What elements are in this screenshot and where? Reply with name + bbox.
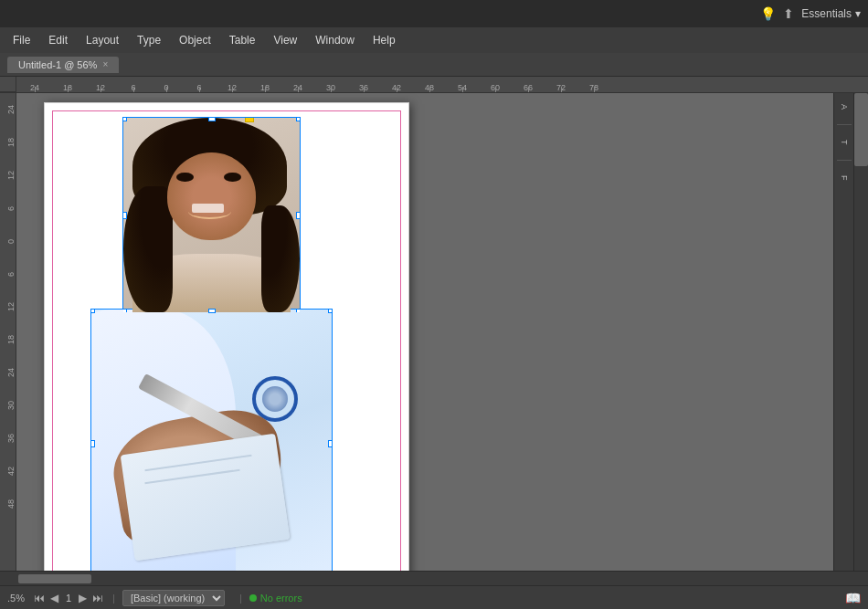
page-next-button[interactable]: ▶ [77, 592, 89, 604]
ruler-top-mark: 78 [577, 83, 610, 92]
ruler-top-mark: 18 [51, 83, 84, 92]
right-panel: A T F [833, 93, 853, 571]
menu-type[interactable]: Type [128, 30, 170, 50]
workspace-button[interactable]: Essentials ▾ [801, 7, 861, 20]
handle2-mr[interactable] [328, 440, 333, 447]
ruler-top-mark: 30 [314, 83, 347, 92]
workspace-label: Essentials [801, 7, 852, 20]
bulb-icon[interactable]: 💡 [760, 6, 776, 21]
ruler-top-mark: 66 [512, 83, 545, 92]
ruler-top-mark: 54 [446, 83, 479, 92]
anchor-tl: ◢ [122, 117, 123, 120]
handle-tc[interactable] [208, 117, 216, 121]
preflight-status: No errors [249, 593, 302, 604]
tabbar: Untitled-1 @ 56% × [0, 53, 868, 77]
menu-layout[interactable]: Layout [77, 30, 128, 50]
scrollbar-h-thumb[interactable] [18, 574, 91, 583]
menubar: File Edit Layout Type Object Table View … [0, 27, 868, 53]
statusbar-right: 📖 [845, 591, 861, 605]
chevron-down-icon: ▾ [855, 7, 861, 20]
document-tab[interactable]: Untitled-1 @ 56% × [7, 57, 119, 73]
menu-object[interactable]: Object [170, 30, 220, 50]
zoom-display: .5% [7, 593, 25, 604]
ruler-top-mark: 6 [117, 83, 150, 92]
scrollbar-horizontal[interactable] [0, 571, 868, 585]
handle2-tc[interactable] [208, 309, 216, 313]
page-number: 1 [62, 593, 75, 604]
menu-view[interactable]: View [264, 30, 306, 50]
ruler-top-mark: 42 [380, 83, 413, 92]
menu-file[interactable]: File [4, 30, 39, 50]
panel-item-f[interactable]: F [838, 172, 851, 184]
handle-yellow[interactable] [245, 117, 254, 122]
titlebar-right: 💡 ⬆ Essentials ▾ [760, 6, 861, 21]
panel-item-a[interactable]: A [838, 100, 851, 113]
zoom-value: .5% [7, 593, 25, 604]
titlebar: 💡 ⬆ Essentials ▾ [0, 0, 868, 27]
ruler-top-mark: 36 [347, 83, 380, 92]
page-first-button[interactable]: ⏮ [32, 592, 47, 604]
handle-tr[interactable] [296, 117, 301, 121]
image-frame-portrait[interactable]: ◢ [122, 117, 301, 313]
anchor-tl-2: ◢ [90, 309, 91, 311]
ruler-top-mark: 0 [150, 83, 183, 92]
statusbar: .5% ⏮ ◀ 1 ▶ ⏭ | [Basic] (working) | No e… [0, 585, 868, 609]
ruler-top-mark: 48 [413, 83, 446, 92]
ruler-top-mark: 12 [216, 83, 249, 92]
share-icon[interactable]: ⬆ [783, 6, 794, 21]
error-label: No errors [260, 593, 302, 604]
preflight-dot [249, 594, 257, 602]
ruler-top-mark: 72 [545, 83, 577, 92]
tab-label: Untitled-1 @ 56% [18, 59, 97, 70]
handle2-ml[interactable] [90, 440, 95, 447]
scrollbar-vertical[interactable] [853, 93, 868, 571]
ruler-top-mark: 24 [281, 83, 314, 92]
book-icon[interactable]: 📖 [845, 591, 861, 605]
mode-dropdown[interactable]: [Basic] (working) [122, 590, 225, 606]
handle-mr[interactable] [296, 212, 301, 219]
ruler-top-mark: 6 [183, 83, 216, 92]
ruler-top-mark: 12 [84, 83, 117, 92]
panel-item-t[interactable]: T [838, 136, 851, 149]
menu-help[interactable]: Help [364, 30, 405, 50]
ruler-top-mark: 18 [249, 83, 281, 92]
page-navigation: ⏮ ◀ 1 ▶ ⏭ [32, 592, 105, 604]
document-page: ◢ [44, 102, 409, 571]
image-frame-doctor[interactable]: ◢ [90, 309, 333, 571]
menu-window[interactable]: Window [306, 30, 364, 50]
handle2-tr[interactable] [328, 309, 333, 313]
tab-close-button[interactable]: × [102, 59, 108, 69]
ruler-left: 24 18 12 6 0 6 12 18 24 30 36 42 48 [0, 93, 16, 571]
ruler-top-mark: 24 [18, 83, 51, 92]
menu-edit[interactable]: Edit [39, 30, 77, 50]
ruler-top-mark: 60 [479, 83, 512, 92]
scrollbar-thumb[interactable] [854, 93, 868, 166]
page-prev-button[interactable]: ◀ [48, 592, 60, 604]
canvas-area[interactable]: ◢ [16, 93, 833, 571]
handle-ml[interactable] [122, 212, 127, 219]
page-last-button[interactable]: ⏭ [90, 592, 105, 604]
menu-table[interactable]: Table [220, 30, 265, 50]
